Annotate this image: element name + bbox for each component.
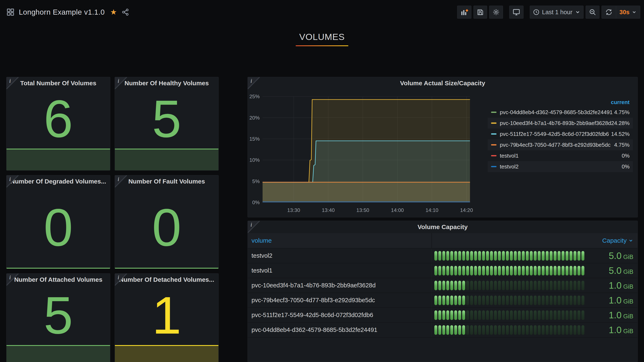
gauge-cell bbox=[530, 251, 533, 261]
capacity-number: 1.0 bbox=[609, 310, 622, 320]
zoom-out-button[interactable] bbox=[586, 6, 600, 19]
capacity-value-cell: 5.0GiB bbox=[598, 251, 638, 261]
gauge-cell bbox=[474, 281, 477, 290]
stat-value-area: 5 bbox=[115, 89, 218, 149]
legend-series-name[interactable]: testvol1 bbox=[500, 153, 622, 159]
gauge-cell bbox=[466, 251, 469, 261]
time-range-picker[interactable]: Last 1 hour bbox=[530, 6, 584, 19]
gauge-cell bbox=[450, 266, 453, 275]
panel-info-corner[interactable]: i bbox=[248, 221, 260, 233]
gauge-cell bbox=[546, 310, 548, 320]
legend-current-header[interactable]: current bbox=[488, 98, 633, 107]
legend-swatch bbox=[491, 144, 496, 146]
gauge-cell bbox=[450, 325, 453, 335]
dashboard-title[interactable]: Longhorn Example v1.1.0 bbox=[19, 8, 104, 16]
legend-series-name[interactable]: testvol2 bbox=[500, 164, 622, 170]
gauge-cell bbox=[530, 266, 533, 275]
stat-panel-title[interactable]: Total Number Of Volumes bbox=[6, 77, 110, 89]
gauge-cell bbox=[482, 325, 485, 335]
panel-info-corner[interactable]: i bbox=[6, 175, 18, 187]
chevron-down-icon bbox=[575, 9, 580, 15]
column-header-capacity[interactable]: Capacity bbox=[432, 237, 638, 244]
stat-panel-title[interactable]: Number Of Healthy Volumes bbox=[115, 77, 218, 89]
stat-panel-title[interactable]: Number Of Detached Volumes... bbox=[115, 274, 218, 286]
stat-sparkline bbox=[6, 345, 110, 362]
gauge-cell bbox=[578, 296, 580, 305]
chart-panel-title[interactable]: Volume Actual Size/Capacity bbox=[248, 77, 638, 89]
dashboard-settings-button[interactable] bbox=[489, 6, 503, 19]
panel-info-corner[interactable]: i bbox=[115, 274, 127, 286]
table-row: pvc-79b4ecf3-7050-4d77-8bf3-e292d93be5dc… bbox=[248, 293, 638, 308]
gauge-cell bbox=[494, 266, 497, 275]
gauge-cell bbox=[474, 310, 477, 320]
legend-series-name[interactable]: pvc-511f2e17-5549-42d5-8c6d-072f3d02fdb6 bbox=[500, 131, 611, 137]
legend-series-name[interactable]: pvc-79b4ecf3-7050-4d77-8bf3-e292d93be5dc bbox=[500, 142, 614, 148]
gauge-cell bbox=[542, 266, 544, 275]
gauge-cell bbox=[466, 266, 469, 275]
gauge-cell bbox=[466, 310, 469, 320]
share-icon[interactable] bbox=[122, 8, 129, 16]
gauge-cell bbox=[442, 281, 445, 290]
favorite-star-icon[interactable]: ★ bbox=[110, 8, 117, 16]
gauge-cell bbox=[514, 325, 517, 335]
cycle-view-mode-button[interactable] bbox=[509, 6, 524, 19]
capacity-gauge bbox=[432, 325, 598, 335]
gauge-cell bbox=[438, 266, 441, 275]
gauge-cell bbox=[558, 325, 560, 335]
stat-panel: iNumber Of Healthy Volumes5 bbox=[115, 77, 219, 171]
stat-panel-title[interactable]: Number Of Attached Volumes bbox=[6, 274, 110, 286]
gauge-cell bbox=[466, 281, 469, 290]
gauge-cell bbox=[514, 310, 517, 320]
gauge-cell bbox=[498, 325, 501, 335]
refresh-button[interactable] bbox=[602, 6, 616, 18]
volume-name-cell: pvc-04dd8eb4-d362-4579-8685-5b3d2fe24491 bbox=[248, 323, 432, 337]
add-panel-button[interactable] bbox=[457, 6, 472, 19]
gauge-cell bbox=[458, 310, 461, 320]
gauge-cell bbox=[550, 325, 552, 335]
column-header-volume[interactable]: volume bbox=[248, 233, 432, 248]
volume-size-chart[interactable]: 0%5%10%15%20%25%13:3013:4013:5014:0014:1… bbox=[249, 89, 488, 217]
gauge-cell bbox=[522, 296, 525, 305]
table-panel-title[interactable]: Volume Capacity bbox=[248, 221, 638, 233]
gauge-cell bbox=[538, 325, 541, 335]
gauge-cell bbox=[538, 296, 541, 305]
gauge-cell bbox=[538, 266, 541, 275]
gauge-cell bbox=[502, 281, 505, 290]
refresh-interval-button[interactable]: 30s bbox=[616, 6, 640, 18]
gauge-cell bbox=[450, 310, 453, 320]
stat-value: 5 bbox=[44, 290, 73, 340]
row-title[interactable]: VOLUMES bbox=[0, 32, 644, 42]
legend-current-value: 4.75% bbox=[614, 142, 630, 148]
panel-info-corner[interactable]: i bbox=[6, 77, 18, 89]
gauge-cell bbox=[534, 296, 537, 305]
gauge-cell bbox=[566, 310, 568, 320]
gauge-cell bbox=[582, 281, 584, 290]
volume-capacity-panel: i Volume Capacity volume Capacity testvo… bbox=[248, 221, 638, 362]
legend-swatch bbox=[491, 133, 496, 135]
stat-panel-title[interactable]: Number Of Fault Volumes bbox=[115, 175, 218, 187]
gauge-cell bbox=[494, 251, 497, 261]
gauge-cell bbox=[522, 281, 525, 290]
legend-series-name[interactable]: pvc-04dd8eb4-d362-4579-8685-5b3d2fe24491 bbox=[500, 109, 614, 116]
stat-panel-title[interactable]: Number Of Degraded Volumes... bbox=[6, 175, 110, 187]
x-axis-tick-label: 13:50 bbox=[356, 207, 369, 213]
capacity-gauge bbox=[432, 266, 598, 275]
panel-info-corner[interactable]: i bbox=[115, 77, 127, 89]
gauge-cell bbox=[446, 310, 449, 320]
gauge-cell bbox=[434, 296, 437, 305]
panel-info-corner[interactable]: i bbox=[115, 175, 127, 187]
capacity-number: 1.0 bbox=[609, 295, 622, 305]
gauge-cell bbox=[442, 296, 445, 305]
y-axis-tick-label: 5% bbox=[252, 179, 260, 184]
gauge-cell bbox=[466, 296, 469, 305]
dashboard-grid: iTotal Number Of Volumes6iNumber Of Heal… bbox=[6, 77, 638, 362]
gauge-cell bbox=[510, 266, 513, 275]
stat-value: 0 bbox=[44, 202, 73, 252]
dashboard-grid-icon[interactable] bbox=[6, 8, 15, 16]
gauge-cell bbox=[578, 251, 580, 261]
legend-series-name[interactable]: pvc-10eed3f4-b7a1-4b76-893b-2bb9aef3628d bbox=[500, 120, 611, 126]
panel-info-corner[interactable]: i bbox=[248, 77, 260, 89]
panel-info-corner[interactable]: i bbox=[6, 274, 18, 286]
row-title-underline bbox=[296, 45, 348, 46]
save-dashboard-button[interactable] bbox=[474, 6, 487, 19]
